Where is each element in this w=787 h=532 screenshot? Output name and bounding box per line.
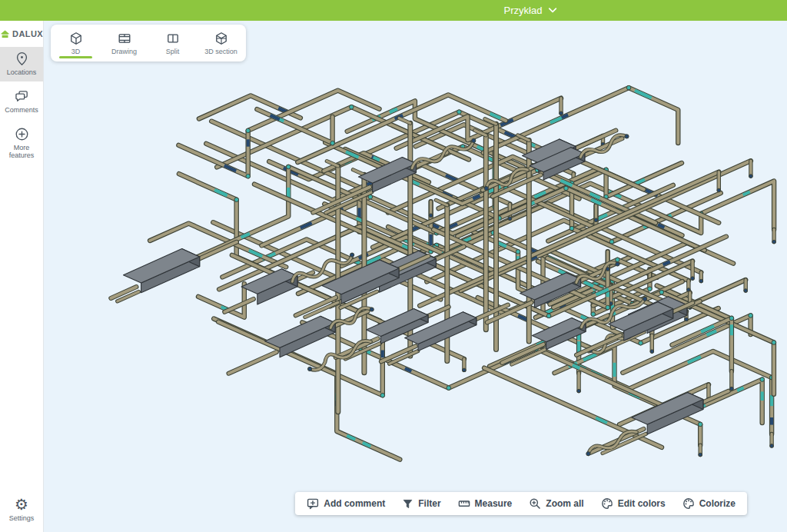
viewer-action-bar: Add comment Filter Measure Zoom all Edit… — [295, 492, 747, 515]
3d-viewport[interactable] — [44, 21, 787, 532]
action-label: Colorize — [699, 498, 736, 509]
sidebar-item-locations[interactable]: Locations — [0, 47, 43, 81]
location-pin-icon — [14, 51, 30, 67]
tab-label: Split — [166, 48, 180, 55]
tab-drawing[interactable]: Drawing — [100, 25, 148, 62]
sidebar-item-comments[interactable]: Comments — [0, 85, 43, 119]
tab-label: 3D — [71, 48, 81, 55]
plus-circle-icon — [14, 126, 30, 142]
cube-icon — [69, 32, 83, 45]
3d-model-render — [44, 21, 787, 532]
view-mode-toolbar: 3D Drawing Split 3D section — [51, 25, 246, 62]
sidebar-item-label: More features — [2, 144, 42, 161]
filter-button[interactable]: Filter — [394, 492, 449, 515]
sidebar-item-more-features[interactable]: More features — [0, 122, 43, 165]
sidebar-item-label: Locations — [7, 68, 37, 77]
project-title: Przykład — [504, 5, 543, 16]
action-label: Zoom all — [546, 498, 583, 509]
comments-icon — [14, 88, 30, 105]
palette-icon — [682, 497, 695, 510]
house-logo-icon — [0, 29, 10, 39]
filter-funnel-icon — [402, 498, 413, 510]
colorize-button[interactable]: Colorize — [674, 492, 744, 515]
chevron-down-icon — [548, 8, 556, 13]
tab-split[interactable]: Split — [148, 25, 197, 62]
add-comment-icon — [307, 497, 319, 510]
sidebar-item-label: Settings — [9, 514, 35, 523]
action-label: Add comment — [324, 498, 385, 509]
sidebar-item-settings[interactable]: ⚙ Settings — [0, 492, 43, 527]
dalux-logo[interactable]: DALUX — [0, 21, 43, 47]
drawing-sheet-icon — [118, 32, 131, 45]
tab-3d[interactable]: 3D — [51, 25, 100, 62]
tab-label: Drawing — [111, 48, 137, 55]
logo-text: DALUX — [12, 29, 43, 38]
palette-icon — [601, 497, 613, 510]
split-view-icon — [166, 32, 180, 45]
sidebar-item-label: Comments — [5, 106, 38, 115]
topbar: Przykład — [0, 0, 787, 21]
tab-3d-section[interactable]: 3D section — [197, 25, 245, 62]
action-label: Filter — [418, 498, 440, 509]
cube-section-icon — [214, 32, 228, 45]
sidebar: DALUX Locations Comments More features ⚙… — [0, 21, 44, 532]
action-label: Measure — [475, 498, 513, 509]
project-selector[interactable]: Przykład — [504, 0, 557, 21]
zoom-all-button[interactable]: Zoom all — [520, 492, 592, 515]
add-comment-button[interactable]: Add comment — [298, 492, 394, 515]
edit-colors-button[interactable]: Edit colors — [593, 492, 674, 515]
tab-label: 3D section — [204, 48, 237, 55]
zoom-plus-icon — [529, 497, 541, 510]
action-label: Edit colors — [618, 498, 666, 509]
measure-button[interactable]: Measure — [450, 492, 521, 515]
gear-icon: ⚙ — [15, 496, 28, 513]
ruler-icon — [458, 497, 470, 510]
